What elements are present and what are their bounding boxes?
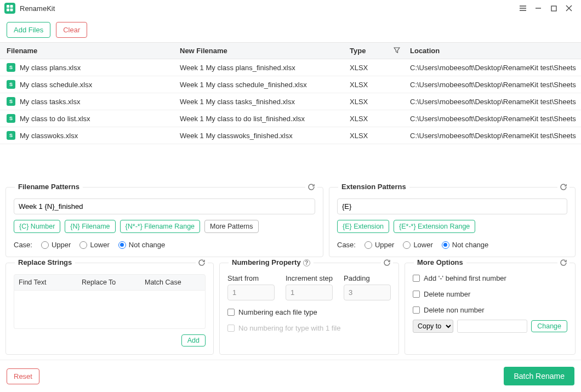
extension-pattern-input[interactable] [337, 198, 567, 214]
filter-icon[interactable] [394, 47, 400, 55]
new-filename-cell: Week 1 My class plans_finished.xlsx [175, 60, 345, 76]
case-lower[interactable]: Lower [79, 241, 109, 249]
replace-add-button[interactable]: Add [181, 334, 206, 346]
change-dest-button[interactable]: Change [531, 320, 567, 332]
checkbox-icon [227, 325, 235, 332]
padding-label: Padding [344, 274, 391, 282]
refresh-icon[interactable] [305, 183, 317, 192]
padding-input[interactable] [344, 285, 391, 300]
close-icon[interactable] [561, 1, 577, 16]
col-type-label: Type [350, 47, 366, 55]
type-cell: XLSX [345, 77, 406, 93]
batch-rename-button[interactable]: Batch Rename [504, 367, 574, 385]
location-cell: C:\Users\mobeesoft\Desktop\RenameKit tes… [406, 128, 581, 144]
case-not-change[interactable]: Not change [118, 241, 166, 249]
checkbox-icon [227, 309, 235, 316]
filename-patterns-title: Filename Patterns [15, 183, 83, 191]
help-icon[interactable]: ? [303, 259, 310, 266]
more-options-panel: More Options Add '-' behind first number… [405, 263, 576, 355]
chip-more-patterns[interactable]: More Patterns [204, 220, 259, 233]
add-files-button[interactable]: Add Files [7, 22, 50, 38]
refresh-icon[interactable] [557, 259, 569, 268]
hamburger-icon[interactable] [515, 1, 531, 16]
opt-delete-number[interactable]: Delete number [413, 290, 567, 298]
app-icon [4, 3, 15, 14]
destination-field[interactable] [457, 320, 527, 333]
table-header: Filename New Filename Type Location [0, 43, 581, 59]
ext-case-upper[interactable]: Upper [364, 241, 394, 249]
file-table: Filename New Filename Type Location SMy … [0, 42, 581, 144]
maximize-icon[interactable] [546, 1, 561, 16]
new-filename-cell: Week 1 My class to do list_finished.xlsx [175, 111, 345, 127]
reset-button[interactable]: Reset [7, 368, 39, 384]
main-toolbar: Add Files Clear [0, 16, 581, 42]
numbering-each-type[interactable]: Numbering each file type [227, 308, 391, 316]
type-cell: XLSX [345, 94, 406, 110]
increment-label: Increment step [286, 274, 333, 282]
copy-move-select[interactable]: Copy to [413, 320, 453, 333]
case-label-ext: Case: [337, 241, 356, 249]
chip-e-range[interactable]: {E*-*} Extension Range [394, 220, 475, 233]
start-from-label: Start from [227, 274, 275, 282]
replace-strings-title: Replace Strings [15, 258, 75, 266]
table-row[interactable]: SMy class tasks.xlsxWeek 1 My class task… [0, 93, 581, 110]
checkbox-icon [413, 291, 420, 298]
location-cell: C:\Users\mobeesoft\Desktop\RenameKit tes… [406, 77, 581, 93]
new-filename-cell: Week 1 My class schedule_finished.xlsx [175, 77, 345, 93]
numbering-property-panel: Numbering Property? Start from Increment… [219, 263, 399, 355]
svg-rect-0 [7, 5, 9, 8]
col-filename-header[interactable]: Filename [0, 43, 175, 59]
case-label: Case: [14, 241, 32, 249]
location-cell: C:\Users\mobeesoft\Desktop\RenameKit tes… [406, 111, 581, 127]
table-row[interactable]: SMy class schedule.xlsxWeek 1 My class s… [0, 76, 581, 93]
replace-strings-header: Find Text Replace To Match Case [14, 274, 206, 291]
col-type-header[interactable]: Type [345, 43, 406, 59]
filename-pattern-input[interactable] [14, 198, 315, 214]
xlsx-file-icon: S [7, 63, 15, 72]
chip-c-number[interactable]: {C} Number [14, 220, 60, 233]
location-cell: C:\Users\mobeesoft\Desktop\RenameKit tes… [406, 94, 581, 110]
filename-cell: My classwoks.xlsx [20, 132, 78, 140]
col-location-header[interactable]: Location [406, 43, 581, 59]
new-filename-cell: Week 1 My classwoks_finished.xlsx [175, 128, 345, 144]
titlebar: RenameKit [0, 0, 581, 16]
filename-patterns-panel: Filename Patterns {C} Number {N} Filenam… [5, 187, 323, 257]
ext-case-lower[interactable]: Lower [403, 241, 432, 249]
increment-input[interactable] [286, 285, 333, 300]
filename-cell: My class to do list.xlsx [20, 115, 90, 123]
table-row[interactable]: SMy class plans.xlsxWeek 1 My class plan… [0, 59, 581, 76]
clear-button[interactable]: Clear [56, 22, 87, 38]
refresh-icon[interactable] [381, 259, 393, 268]
svg-rect-3 [10, 9, 13, 12]
extension-patterns-title: Extension Patterns [338, 183, 409, 191]
new-filename-cell: Week 1 My class tasks_finished.xlsx [175, 94, 345, 110]
rs-match-header: Match Case [140, 275, 205, 290]
case-upper[interactable]: Upper [41, 241, 71, 249]
refresh-icon[interactable] [557, 183, 569, 192]
no-numbering-single[interactable]: No numbering for type with 1 file [227, 324, 391, 332]
svg-rect-2 [7, 9, 9, 12]
chip-n-range[interactable]: {N*-*} Filename Range [120, 220, 200, 233]
filename-cell: My class tasks.xlsx [20, 98, 81, 106]
minimize-icon[interactable] [531, 1, 546, 16]
rs-replace-header: Replace To [77, 275, 140, 290]
filename-cell: My class schedule.xlsx [20, 81, 92, 89]
checkbox-icon [413, 306, 420, 314]
refresh-icon[interactable] [196, 259, 208, 268]
opt-delete-non-number[interactable]: Delete non number [413, 306, 567, 314]
start-from-input[interactable] [227, 285, 275, 300]
ext-case-not-change[interactable]: Not change [442, 241, 489, 249]
type-cell: XLSX [345, 111, 406, 127]
xlsx-file-icon: S [7, 97, 15, 106]
col-newfilename-header[interactable]: New Filename [175, 43, 345, 59]
table-row[interactable]: SMy class to do list.xlsxWeek 1 My class… [0, 110, 581, 127]
replace-strings-panel: Replace Strings Find Text Replace To Mat… [5, 263, 214, 355]
chip-n-filename[interactable]: {N} Filename [65, 220, 115, 233]
xlsx-file-icon: S [7, 80, 15, 89]
extension-patterns-panel: Extension Patterns {E} Extension {E*-*} … [329, 187, 576, 257]
replace-strings-body[interactable] [14, 291, 206, 329]
opt-add-dash[interactable]: Add '-' behind first number [413, 274, 567, 282]
table-row[interactable]: SMy classwoks.xlsxWeek 1 My classwoks_fi… [0, 127, 581, 144]
chip-e-extension[interactable]: {E} Extension [337, 220, 389, 233]
rs-find-header: Find Text [14, 275, 77, 290]
